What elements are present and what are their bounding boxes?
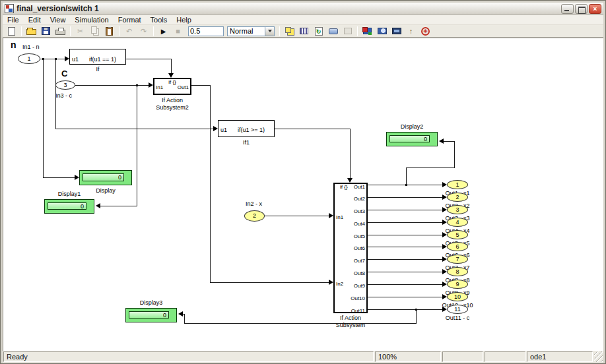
outport-1[interactable]: 1 xyxy=(447,180,468,189)
build-target-icon xyxy=(363,28,372,34)
outport-5[interactable]: 5 xyxy=(447,230,468,239)
inport-3[interactable]: 3 xyxy=(55,80,75,90)
menu-help[interactable]: Help xyxy=(172,16,196,24)
wire xyxy=(368,272,442,272)
arrowhead xyxy=(442,232,447,237)
menu-simulation[interactable]: Simulation xyxy=(70,16,113,24)
menu-tools[interactable]: Tools xyxy=(146,16,172,24)
inport3-note: In3 - c xyxy=(55,92,72,99)
if1-block-name[interactable]: If1 xyxy=(213,139,279,146)
outport-6[interactable]: 6 xyxy=(447,242,468,251)
wire xyxy=(210,85,211,282)
subsystem2-name[interactable]: If ActionSubsystem2 xyxy=(139,97,205,111)
inport2-note: In2 - x xyxy=(246,200,262,207)
arrowhead xyxy=(96,203,100,208)
if-block-name[interactable]: If xyxy=(65,66,131,73)
copy-icon xyxy=(91,26,97,34)
close-button[interactable]: × xyxy=(589,4,601,14)
subsystem-out11-port: Out11 xyxy=(351,308,365,314)
wire xyxy=(183,314,185,315)
display3-name[interactable]: Display3 xyxy=(118,299,184,307)
model-canvas[interactable]: n In1 - n C In3 - c In2 - x 1 3 2 u1 if(… xyxy=(3,38,603,351)
model-browser-icon xyxy=(300,28,308,34)
if-action-subsystem-block[interactable]: if {} In1 In2 Out1 Out2 Out3 Out4 Out5 O… xyxy=(333,183,368,313)
find-in-model-button[interactable] xyxy=(375,26,389,37)
inport1-note: In1 - n xyxy=(22,44,40,50)
arrowhead xyxy=(329,280,333,285)
build-target-button[interactable] xyxy=(360,26,374,37)
display-block[interactable]: 0 xyxy=(79,170,132,185)
start-simulation-button[interactable]: ▶ xyxy=(156,26,170,37)
display3-value: 0 xyxy=(129,311,169,318)
outport-11-label: Out11 - c xyxy=(424,315,490,322)
display1-name[interactable]: Display1 xyxy=(36,191,102,198)
up-arrow-icon: ↑ xyxy=(409,27,413,35)
undo-icon: ↶ xyxy=(126,27,132,36)
outport-8[interactable]: 8 xyxy=(447,267,468,276)
inport-1[interactable]: 1 xyxy=(18,53,40,64)
undo-button[interactable]: ↶ xyxy=(122,26,136,37)
display2-name[interactable]: Display2 xyxy=(379,123,445,131)
subsystem2-name-line1: If Action xyxy=(162,97,183,104)
status-empty-panel xyxy=(442,351,483,362)
menu-format[interactable]: Format xyxy=(114,16,146,24)
display2-value: 0 xyxy=(389,135,430,142)
outport-7[interactable]: 7 xyxy=(447,255,468,264)
menu-edit[interactable]: Edit xyxy=(24,16,46,24)
outport-9[interactable]: 9 xyxy=(447,280,468,289)
library-browser-icon xyxy=(285,27,291,33)
menu-file[interactable]: File xyxy=(3,16,24,24)
resize-grip[interactable] xyxy=(594,351,603,362)
wire xyxy=(126,59,171,59)
simulation-mode-select[interactable]: Normal xyxy=(227,26,275,36)
arrowhead xyxy=(329,213,333,218)
open-button[interactable] xyxy=(24,26,38,37)
subsystem-if-port: if {} xyxy=(340,184,348,190)
cut-button[interactable]: ✂ xyxy=(73,26,87,37)
play-icon: ▶ xyxy=(161,28,166,35)
save-button[interactable] xyxy=(39,26,53,37)
subsystem-out6-port: Out6 xyxy=(354,245,365,251)
if-block[interactable]: u1 if(u1 == 1) xyxy=(69,49,126,65)
if1-block[interactable]: u1 if(u1 >= 1) xyxy=(218,120,275,137)
simulation-stop-time-field[interactable] xyxy=(188,26,224,36)
paste-button[interactable] xyxy=(102,26,116,37)
inport-2[interactable]: 2 xyxy=(244,210,265,222)
subsystem-name[interactable]: If ActionSubsystem xyxy=(318,315,384,329)
subsystem2-name-line2: Subsystem2 xyxy=(156,104,189,111)
display1-block[interactable]: 0 xyxy=(44,199,94,214)
disabled-tool-button[interactable] xyxy=(341,26,354,37)
wire xyxy=(454,141,455,168)
wire xyxy=(406,167,407,185)
remove-highlight-button[interactable]: ✳ xyxy=(419,26,432,37)
printer-icon xyxy=(55,30,65,35)
scissors-icon: ✂ xyxy=(77,27,83,36)
refresh-model-button[interactable]: ↻ xyxy=(312,26,325,37)
menu-view[interactable]: View xyxy=(46,16,71,24)
if-action-subsystem2-block[interactable]: if {} In1 Out1 xyxy=(153,78,191,95)
model-explorer-button[interactable] xyxy=(389,26,403,37)
library-browser-button[interactable] xyxy=(283,26,296,37)
minimize-button[interactable] xyxy=(561,4,574,14)
outport-11[interactable]: 11 xyxy=(447,305,468,314)
open-folder-icon xyxy=(26,29,36,35)
redo-button[interactable]: ↷ xyxy=(137,26,151,37)
outport-4[interactable]: 4 xyxy=(447,218,468,227)
display3-block[interactable]: 0 xyxy=(125,308,177,322)
print-button[interactable] xyxy=(53,26,67,37)
subsystem2-in1-port: In1 xyxy=(156,84,163,90)
outport-10[interactable]: 10 xyxy=(447,292,468,301)
simulink-debugger-button[interactable] xyxy=(326,26,340,37)
wire xyxy=(368,297,442,297)
copy-button[interactable] xyxy=(88,26,102,37)
new-model-button[interactable] xyxy=(5,26,18,37)
maximize-button[interactable] xyxy=(575,4,588,14)
arrowhead xyxy=(178,311,183,317)
outport-3[interactable]: 3 xyxy=(447,205,468,214)
go-to-parent-button[interactable]: ↑ xyxy=(404,26,418,37)
stop-simulation-button[interactable]: ■ xyxy=(171,26,185,37)
outport-2[interactable]: 2 xyxy=(447,193,468,202)
model-browser-button[interactable] xyxy=(297,26,311,37)
display2-block[interactable]: 0 xyxy=(386,132,438,146)
arrowhead xyxy=(442,257,447,262)
